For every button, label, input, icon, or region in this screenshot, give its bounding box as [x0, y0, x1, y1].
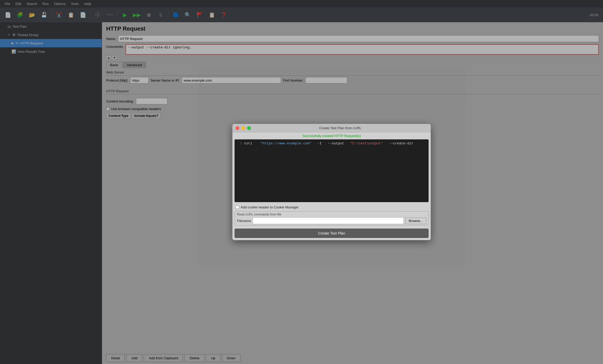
file-section: Read cURL commands from file Filename Br…	[235, 211, 429, 225]
minimize-button[interactable]	[241, 126, 245, 130]
close-button[interactable]	[236, 126, 239, 130]
filename-label: Filename	[237, 219, 251, 223]
code-url-value: "https://www.example.com"	[260, 141, 311, 145]
modal-code-area[interactable]: 1 curl "https://www.example.com" -I --ou…	[235, 139, 429, 202]
code-curl-keyword: curl	[244, 141, 252, 145]
code-flag3: --create-dir	[389, 141, 413, 145]
cookie-label: Add cookie header to Cookie Manager	[241, 205, 299, 209]
code-content[interactable]: curl "https://www.example.com" -I --outp…	[244, 141, 426, 200]
cookie-checkbox[interactable]	[236, 206, 239, 209]
modal-overlay: Create Test Plan from cURL Successfully …	[0, 0, 603, 364]
file-section-title: Read cURL commands from file	[237, 213, 426, 216]
create-test-plan-button[interactable]: Create Test Plan	[235, 229, 429, 238]
filename-input[interactable]	[253, 217, 404, 224]
maximize-button[interactable]	[247, 126, 251, 130]
modal-titlebar: Create Test Plan from cURL	[232, 124, 431, 132]
code-flag1: -I	[317, 141, 322, 145]
line-number-1: 1	[237, 141, 242, 145]
browse-button[interactable]: Browse...	[405, 218, 426, 224]
cookie-checkbox-row: Add cookie header to Cookie Manager	[232, 204, 431, 210]
code-flag2: --output	[328, 141, 344, 145]
modal-title: Create Test Plan from cURL	[253, 126, 428, 130]
modal-success-message: Successfully created HTTP Request(s)	[232, 132, 431, 139]
curl-modal: Create Test Plan from cURL Successfully …	[232, 124, 431, 240]
code-string-value: "C:\test\output"	[350, 141, 383, 145]
filename-row: Filename Browse...	[237, 217, 426, 224]
code-line-numbers: 1	[237, 141, 242, 200]
